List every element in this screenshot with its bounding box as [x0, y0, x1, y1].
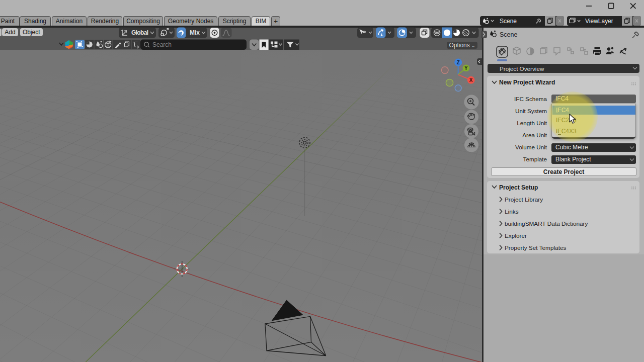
svg-text:New Project Wizard: New Project Wizard: [499, 79, 555, 86]
svg-text:Y: Y: [464, 65, 468, 71]
svg-text:Mix: Mix: [190, 29, 200, 36]
svg-text:Project Setup: Project Setup: [499, 184, 538, 191]
svg-text:Property Set Templates: Property Set Templates: [505, 244, 566, 251]
svg-text:Scene: Scene: [500, 17, 517, 24]
svg-text:Search: Search: [152, 41, 172, 48]
svg-text:buildingSMART Data Dictionary: buildingSMART Data Dictionary: [505, 220, 588, 227]
svg-text:Explorer: Explorer: [505, 232, 527, 239]
svg-text:Z: Z: [457, 60, 460, 65]
svg-text:X: X: [469, 77, 473, 83]
svg-text:ViewLayer: ViewLayer: [585, 17, 613, 24]
svg-text:Links: Links: [505, 208, 519, 215]
svg-text:Scene: Scene: [500, 31, 517, 38]
svg-text:Global: Global: [131, 29, 148, 36]
svg-text:Project Library: Project Library: [505, 196, 543, 203]
